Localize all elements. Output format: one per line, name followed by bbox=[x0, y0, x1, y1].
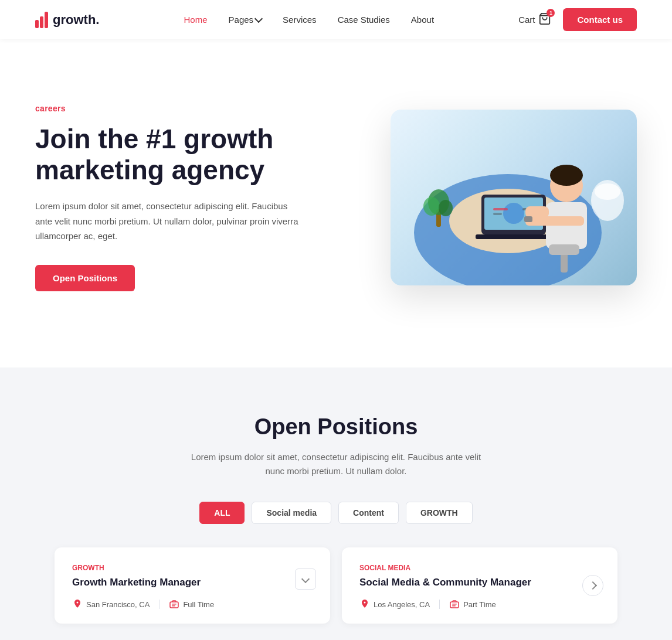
job-meta-2: Los Angeles, CA Part Time bbox=[359, 599, 600, 610]
nav-item-about[interactable]: About bbox=[411, 15, 434, 25]
filter-tabs: ALL Social media Content GROWTH bbox=[35, 502, 637, 524]
svg-rect-27 bbox=[172, 605, 175, 607]
svg-point-23 bbox=[423, 197, 440, 216]
nav-item-case-studies[interactable]: Case Studies bbox=[338, 15, 390, 25]
logo[interactable]: growth. bbox=[35, 12, 99, 28]
job-meta-1: San Francisco, CA Full Time bbox=[72, 599, 313, 610]
nav-link-pages[interactable]: Pages bbox=[229, 15, 262, 25]
cart-icon-wrap: 1 bbox=[538, 12, 551, 27]
job-title-2: Social Media & Community Manager bbox=[359, 577, 600, 588]
meta-divider-1 bbox=[159, 600, 159, 609]
positions-section: Open Positions Lorem ipsum dolor sit ame… bbox=[0, 367, 672, 640]
cart-button[interactable]: Cart 1 bbox=[518, 12, 551, 27]
hero-image bbox=[391, 110, 637, 285]
svg-rect-9 bbox=[493, 213, 502, 215]
positions-header: Open Positions Lorem ipsum dolor sit ame… bbox=[35, 414, 637, 478]
nav-link-case-studies[interactable]: Case Studies bbox=[338, 15, 390, 25]
filter-tab-growth[interactable]: GROWTH bbox=[406, 502, 473, 524]
svg-rect-26 bbox=[172, 604, 177, 605]
cart-label: Cart bbox=[518, 15, 535, 25]
filter-tab-all[interactable]: ALL bbox=[199, 502, 245, 524]
logo-icon bbox=[35, 12, 48, 28]
arrow-icon-2 bbox=[589, 581, 597, 590]
nav-link-about[interactable]: About bbox=[411, 15, 434, 25]
hero-illustration bbox=[391, 110, 637, 285]
nav-links: Home Pages Services Case Studies About bbox=[184, 15, 435, 25]
nav-item-services[interactable]: Services bbox=[283, 15, 317, 25]
nav-link-services[interactable]: Services bbox=[283, 15, 317, 25]
positions-title: Open Positions bbox=[35, 414, 637, 440]
location-icon-2 bbox=[359, 599, 370, 610]
hero-right bbox=[391, 110, 637, 285]
expand-button-1[interactable] bbox=[295, 568, 316, 590]
job-card-2: social media Social Media & Community Ma… bbox=[342, 547, 617, 624]
svg-rect-7 bbox=[493, 208, 508, 210]
location-icon-1 bbox=[72, 599, 83, 610]
svg-rect-18 bbox=[549, 244, 579, 255]
job-title-1: Growth Marketing Manager bbox=[72, 577, 313, 588]
expand-icon-1 bbox=[301, 575, 310, 583]
job-type-1: Full Time bbox=[169, 599, 214, 610]
hero-title: Join the #1 growth marketing agency bbox=[35, 124, 305, 186]
hero-cta-button[interactable]: Open Positions bbox=[35, 265, 135, 291]
svg-rect-30 bbox=[452, 605, 456, 607]
svg-point-12 bbox=[550, 165, 583, 186]
svg-rect-10 bbox=[476, 234, 552, 239]
job-card-1: GROWTH Growth Marketing Manager San Fran… bbox=[55, 547, 330, 624]
arrow-button-2[interactable] bbox=[582, 575, 603, 596]
hero-section: careers Join the #1 growth marketing age… bbox=[0, 39, 672, 367]
navbar: growth. Home Pages Services Case Studies… bbox=[0, 0, 672, 39]
cart-badge: 1 bbox=[547, 9, 555, 17]
svg-rect-25 bbox=[170, 602, 178, 608]
job-location-1: San Francisco, CA bbox=[72, 599, 150, 610]
hero-description: Lorem ipsum dolor sit amet, consectetur … bbox=[35, 199, 305, 244]
nav-link-home[interactable]: Home bbox=[184, 15, 208, 25]
svg-point-20 bbox=[595, 183, 620, 200]
filter-tab-content[interactable]: Content bbox=[338, 502, 399, 524]
svg-point-6 bbox=[503, 203, 524, 224]
hero-tag: careers bbox=[35, 104, 305, 113]
nav-item-home[interactable]: Home bbox=[184, 15, 208, 25]
job-tag-2: social media bbox=[359, 564, 600, 572]
svg-rect-29 bbox=[452, 604, 457, 605]
logo-text: growth. bbox=[53, 12, 99, 28]
svg-rect-28 bbox=[450, 602, 459, 608]
type-icon-1 bbox=[169, 599, 179, 610]
job-cards: GROWTH Growth Marketing Manager San Fran… bbox=[55, 547, 617, 624]
meta-divider-2 bbox=[439, 600, 440, 609]
nav-right: Cart 1 Contact us bbox=[518, 8, 637, 31]
job-location-2: Los Angeles, CA bbox=[359, 599, 430, 610]
positions-description: Lorem ipsum dolor sit amet, consectetur … bbox=[189, 450, 483, 478]
job-tag-1: GROWTH bbox=[72, 564, 313, 572]
svg-rect-15 bbox=[525, 216, 584, 226]
svg-rect-16 bbox=[524, 216, 532, 222]
contact-button[interactable]: Contact us bbox=[563, 8, 637, 31]
type-icon-2 bbox=[449, 599, 460, 610]
chevron-down-icon bbox=[254, 15, 263, 23]
filter-tab-social[interactable]: Social media bbox=[252, 502, 331, 524]
job-type-2: Part Time bbox=[449, 599, 496, 610]
svg-point-24 bbox=[439, 200, 453, 216]
hero-left: careers Join the #1 growth marketing age… bbox=[35, 104, 305, 291]
nav-item-pages[interactable]: Pages bbox=[229, 15, 262, 25]
